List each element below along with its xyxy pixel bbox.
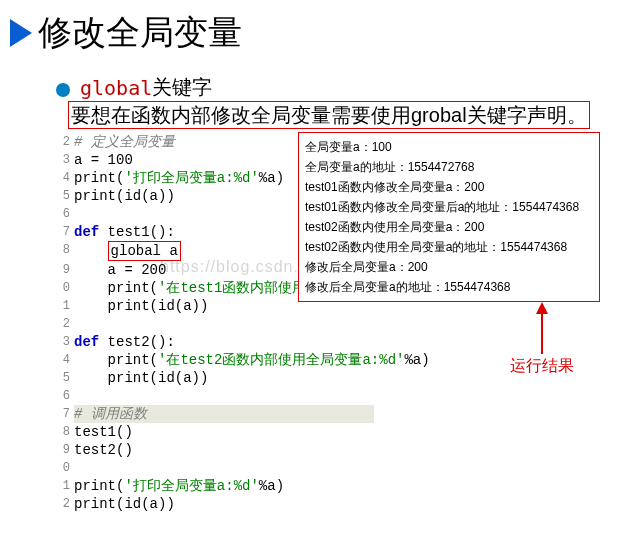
output-line: test01函数内修改全局变量a：200 xyxy=(305,177,593,197)
description-text: 要想在函数内部修改全局变量需要使用grobal关键字声明。 xyxy=(68,101,590,129)
output-line: test02函数内使用全局变量a的地址：1554474368 xyxy=(305,237,593,257)
code-line: a = 200 xyxy=(74,261,166,279)
arrow-shaft xyxy=(541,314,543,354)
page-title: 修改全局变量 xyxy=(38,10,242,56)
code-string: '打印全局变量a:%d' xyxy=(124,170,258,186)
code-line: print(id(a)) xyxy=(74,297,208,315)
arrow-up-icon xyxy=(536,302,548,314)
code-token: print( xyxy=(74,170,124,186)
keyword-suffix: 关键字 xyxy=(152,74,212,101)
triangle-bullet-icon xyxy=(10,19,32,47)
arrow-label: 运行结果 xyxy=(510,356,574,377)
code-line: print(id(a)) xyxy=(74,187,175,205)
code-line: print(id(a)) xyxy=(74,369,208,387)
code-line: test2() xyxy=(74,441,133,459)
code-line: print(id(a)) xyxy=(74,495,175,513)
code-comment: # 调用函数 xyxy=(74,406,147,422)
code-keyword: def xyxy=(74,334,99,350)
output-box: 全局变量a：100 全局变量a的地址：1554472768 test01函数内修… xyxy=(298,132,600,302)
code-funcname: test1(): xyxy=(99,224,175,240)
code-token: print( xyxy=(74,280,158,296)
code-comment: # 定义全局变量 xyxy=(74,134,175,150)
code-string: '打印全局变量a:%d' xyxy=(124,478,258,494)
code-token: print( xyxy=(74,352,158,368)
code-string: '在test2函数内部使用全局变量a:%d' xyxy=(158,352,404,368)
keyword-global: global xyxy=(80,76,152,100)
boxed-global-statement: global a xyxy=(108,241,181,261)
result-arrow: 运行结果 xyxy=(510,302,574,377)
output-line: 全局变量a：100 xyxy=(305,137,593,157)
output-line: 修改后全局变量a：200 xyxy=(305,257,593,277)
code-token: %a) xyxy=(404,352,429,368)
dot-bullet-icon xyxy=(56,83,70,97)
code-keyword: def xyxy=(74,224,99,240)
code-token: print( xyxy=(74,478,124,494)
output-line: test02函数内使用全局变量a：200 xyxy=(305,217,593,237)
output-line: 修改后全局变量a的地址：1554474368 xyxy=(305,277,593,297)
output-line: test01函数内修改全局变量后a的地址：1554474368 xyxy=(305,197,593,217)
code-token: %a) xyxy=(259,478,284,494)
code-line: test1() xyxy=(74,423,133,441)
code-funcname: test2(): xyxy=(99,334,175,350)
output-line: 全局变量a的地址：1554472768 xyxy=(305,157,593,177)
code-token: %a) xyxy=(259,170,284,186)
code-line: a = 100 xyxy=(74,151,133,169)
